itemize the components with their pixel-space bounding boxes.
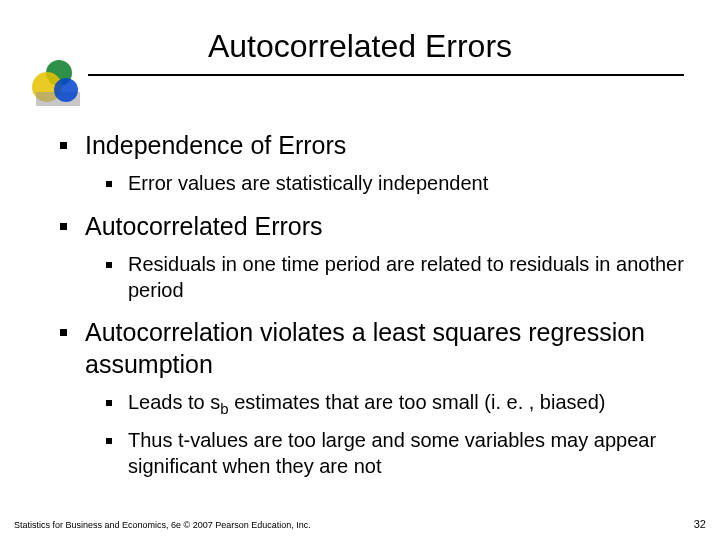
- sub-bullet-text: Residuals in one time period are related…: [128, 252, 684, 303]
- bullet-icon: [106, 438, 112, 444]
- bullet-text: Independence of Errors: [85, 130, 346, 161]
- bullet-text: Autocorrelated Errors: [85, 211, 323, 242]
- sub-bullet-text: Thus t-values are too large and some var…: [128, 428, 684, 479]
- bullet-icon: [60, 142, 67, 149]
- title-underline: [88, 74, 684, 76]
- bullet-text: Autocorrelation violates a least squares…: [85, 317, 684, 380]
- footer-copyright: Statistics for Business and Economics, 6…: [14, 520, 311, 530]
- bullet-icon: [106, 181, 112, 187]
- slide-title: Autocorrelated Errors: [0, 28, 720, 65]
- bullet-icon: [106, 262, 112, 268]
- bullet-icon: [106, 400, 112, 406]
- sub-bullet-text: Leads to sb estimates that are too small…: [128, 390, 605, 418]
- slide-number: 32: [694, 518, 706, 530]
- logo-graphic: [28, 58, 88, 118]
- bullet-icon: [60, 329, 67, 336]
- slide-body: Independence of Errors Error values are …: [60, 130, 684, 493]
- sub-bullet-text: Error values are statistically independe…: [128, 171, 488, 197]
- bullet-icon: [60, 223, 67, 230]
